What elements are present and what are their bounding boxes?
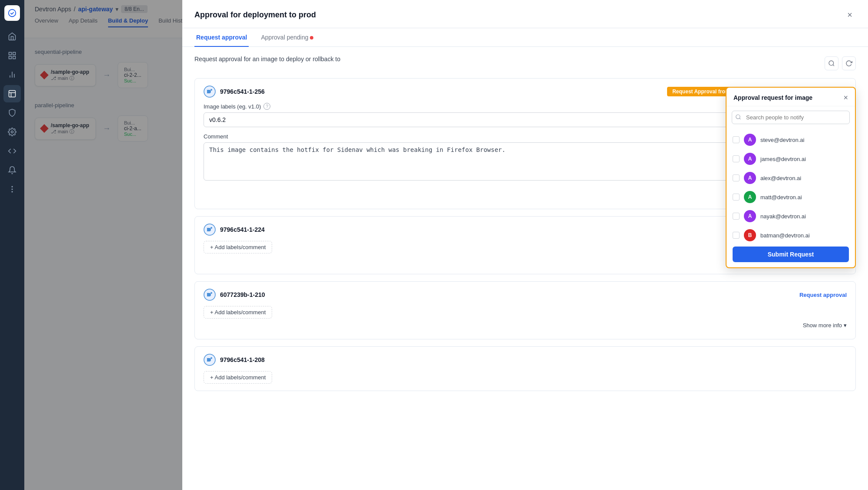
people-list: A steve@devtron.ai A james@devtron.ai A … — [727, 128, 855, 241]
person-avatar-3: A — [744, 191, 756, 203]
svg-rect-8 — [9, 91, 16, 97]
show-more-label-3: Show more info — [803, 322, 842, 329]
person-item[interactable]: A alex@devtron.ai — [727, 168, 855, 187]
person-checkbox-1[interactable] — [733, 155, 740, 162]
approval-popup-title: Approval request for image — [733, 94, 812, 101]
sidebar-item-apps[interactable] — [3, 47, 21, 64]
svg-rect-4 — [9, 56, 12, 59]
help-icon[interactable]: ? — [263, 103, 270, 110]
tab-request-approval[interactable]: Request approval — [194, 29, 249, 47]
modal-body-header: Request approval for an image to deploy … — [194, 56, 856, 71]
sidebar-item-code[interactable] — [3, 142, 21, 160]
svg-point-15 — [829, 61, 834, 66]
svg-point-14 — [12, 191, 13, 192]
tab-approval-pending[interactable]: Approval pending — [259, 29, 315, 47]
person-avatar-4: A — [744, 210, 756, 222]
svg-point-13 — [12, 189, 13, 190]
tab-pending-label: Approval pending — [261, 34, 308, 41]
popup-close-button[interactable]: × — [843, 94, 848, 102]
person-email-3: matt@devtron.ai — [760, 194, 802, 201]
image-id-row-4: 9796c541-1-208 — [204, 354, 265, 366]
image-id-row-1: 9796c541-1-256 — [204, 86, 265, 98]
add-labels-btn-4[interactable]: + Add labels/comment — [204, 371, 272, 384]
sidebar-item-more[interactable] — [3, 181, 21, 198]
person-item[interactable]: B batman@devtron.ai — [727, 226, 855, 241]
pending-dot — [310, 36, 313, 39]
modal-title: Approval for deployment to prod — [194, 10, 316, 20]
person-checkbox-4[interactable] — [733, 213, 740, 220]
request-approval-link-3[interactable]: Request approval — [799, 292, 847, 298]
image-id-row-3: 6077239b-1-210 — [204, 289, 265, 301]
close-button[interactable]: × — [844, 9, 856, 21]
svg-rect-2 — [13, 53, 16, 55]
svg-rect-3 — [13, 56, 16, 59]
refresh-button[interactable] — [842, 56, 856, 70]
person-item[interactable]: A steve@devtron.ai — [727, 130, 855, 149]
person-checkbox-3[interactable] — [733, 194, 740, 201]
image-id-3: 6077239b-1-210 — [220, 291, 265, 298]
show-more-info-3[interactable]: Show more info ▾ — [204, 319, 847, 332]
add-labels-btn-3[interactable]: + Add labels/comment — [204, 306, 272, 319]
sidebar-item-security[interactable] — [3, 104, 21, 122]
modal-header: Approval for deployment to prod × — [182, 0, 868, 28]
sidebar-item-settings[interactable] — [3, 123, 21, 141]
sidebar-item-notifications[interactable] — [3, 161, 21, 179]
image-card-4: 9796c541-1-208 + Add labels/comment — [194, 346, 856, 391]
modal-title-bold: prod — [299, 10, 316, 19]
modal-subtitle: Request approval for an image to deploy … — [194, 56, 340, 62]
person-checkbox-2[interactable] — [733, 174, 740, 181]
person-email-4: nayak@devtron.ai — [760, 213, 806, 220]
sidebar-item-charts[interactable] — [3, 66, 21, 83]
approval-popup: Approval request for image × A steve@dev… — [726, 87, 856, 268]
person-avatar-1: A — [744, 153, 756, 165]
modal-tabs: Request approval Approval pending — [182, 28, 868, 47]
sidebar — [0, 0, 24, 490]
devtron-logo[interactable] — [4, 5, 20, 21]
chevron-down-icon-3: ▾ — [844, 322, 847, 329]
svg-point-24 — [210, 357, 212, 359]
search-button[interactable] — [825, 56, 838, 70]
svg-point-20 — [210, 227, 212, 229]
sidebar-item-deploy[interactable] — [3, 85, 21, 102]
sidebar-item-home[interactable] — [3, 28, 21, 45]
person-email-5: batman@devtron.ai — [760, 232, 810, 239]
modal-title-prefix: Approval for deployment to — [194, 10, 299, 19]
add-labels-btn-2[interactable]: + Add labels/comment — [204, 241, 272, 253]
submit-request-button[interactable]: Submit Request — [733, 247, 849, 262]
approval-popup-header: Approval request for image × — [727, 88, 855, 106]
svg-rect-1 — [9, 53, 12, 55]
popup-footer: Submit Request — [727, 241, 855, 267]
search-people-input[interactable] — [732, 111, 850, 124]
image-card-3: 6077239b-1-210 Request approval + Add la… — [194, 281, 856, 339]
person-checkbox-0[interactable] — [733, 136, 740, 143]
person-email-2: alex@devtron.ai — [760, 175, 801, 181]
svg-point-0 — [9, 10, 16, 17]
label-field-text: Image labels (eg. v1.0) — [204, 103, 261, 110]
person-checkbox-5[interactable] — [733, 232, 740, 239]
svg-point-11 — [11, 131, 13, 133]
svg-line-16 — [833, 65, 834, 66]
image-id-4: 9796c541-1-208 — [220, 356, 265, 363]
image-card-3-header: 6077239b-1-210 Request approval — [204, 289, 847, 301]
svg-point-18 — [210, 89, 212, 91]
person-email-0: steve@devtron.ai — [760, 137, 804, 143]
image-card-4-header: 9796c541-1-208 — [204, 354, 847, 366]
image-id-row-2: 9796c541-1-224 — [204, 224, 265, 236]
person-avatar-0: A — [744, 134, 756, 146]
svg-point-22 — [210, 292, 212, 294]
image-id-1: 9796c541-1-256 — [220, 88, 265, 95]
person-avatar-2: A — [744, 172, 756, 184]
person-item[interactable]: A james@devtron.ai — [727, 149, 855, 168]
person-item[interactable]: A matt@devtron.ai — [727, 187, 855, 207]
image-id-2: 9796c541-1-224 — [220, 226, 265, 233]
person-email-1: james@devtron.ai — [760, 156, 806, 162]
svg-point-12 — [12, 186, 13, 187]
popup-search — [732, 111, 850, 124]
person-item[interactable]: A nayak@devtron.ai — [727, 207, 855, 226]
person-avatar-5: B — [744, 229, 756, 241]
